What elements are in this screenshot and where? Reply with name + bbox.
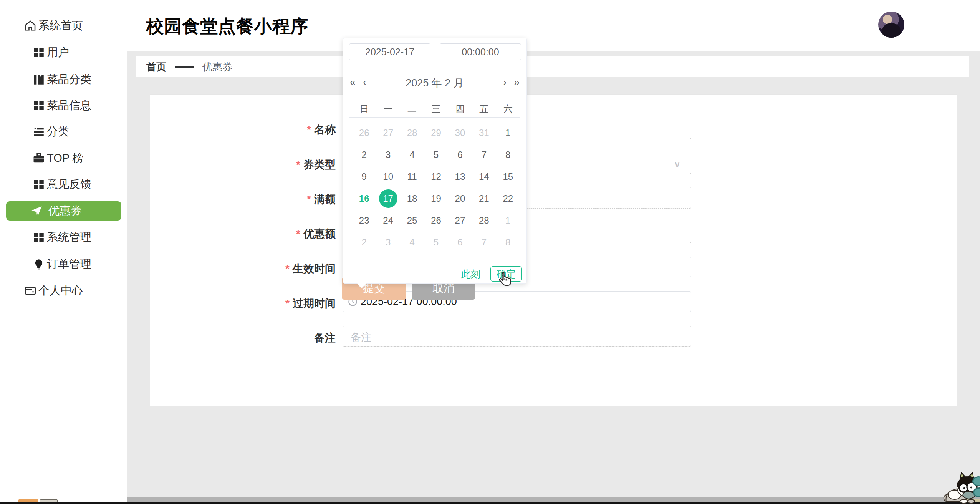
sidebar-item-orders[interactable]: 订单管理: [0, 255, 127, 274]
calendar-day[interactable]: 20: [448, 187, 472, 209]
form-row-remark: 备注 备注: [150, 326, 957, 346]
calendar-day[interactable]: 18: [400, 187, 424, 209]
calendar-day[interactable]: 27: [376, 122, 400, 144]
sidebar-item-coupon[interactable]: 优惠券: [6, 201, 121, 220]
next-year-icon[interactable]: »: [514, 76, 520, 89]
bulb-icon: [32, 258, 45, 271]
chevron-down-icon: ∨: [674, 158, 681, 170]
calendar-day[interactable]: 6: [448, 144, 472, 166]
calendar-day[interactable]: 8: [496, 144, 520, 166]
sidebar-item-category[interactable]: 分类: [0, 122, 127, 141]
sidebar-item-label: TOP 榜: [47, 151, 84, 166]
required-asterisk: *: [296, 159, 300, 171]
calendar-day[interactable]: 13: [448, 166, 472, 187]
calendar-day[interactable]: 12: [424, 166, 448, 187]
calendar-day[interactable]: 9: [352, 166, 376, 187]
calendar-day[interactable]: 24: [376, 209, 400, 231]
grid-icon: [32, 178, 45, 191]
user-avatar[interactable]: [878, 12, 904, 38]
sidebar-item-label: 意见反馈: [47, 177, 91, 192]
calendar-day[interactable]: 28: [400, 122, 424, 144]
remark-placeholder: 备注: [351, 330, 371, 344]
calendar-day[interactable]: 19: [424, 187, 448, 209]
sidebar-item-profile[interactable]: 个人中心: [0, 281, 127, 300]
calendar-day[interactable]: 31: [472, 122, 496, 144]
sidebar-item-label: 系统首页: [38, 18, 83, 33]
calendar-day[interactable]: 8: [496, 231, 520, 253]
field-label: *生效时间: [150, 262, 336, 276]
calendar-day[interactable]: 25: [400, 209, 424, 231]
picker-date-input[interactable]: 2025-02-17: [349, 43, 430, 60]
required-asterisk: *: [285, 297, 290, 309]
picker-month-label: 2025 年 2 月: [343, 76, 526, 90]
calendar-day[interactable]: 14: [472, 166, 496, 187]
sidebar-item-dish-category[interactable]: 菜品分类: [0, 70, 127, 89]
field-label: *券类型: [150, 158, 336, 172]
picker-nav: « ‹ 2025 年 2 月 › »: [343, 75, 526, 90]
required-asterisk: *: [285, 263, 290, 275]
sidebar-item-label: 分类: [47, 124, 69, 139]
home-icon: [24, 19, 37, 32]
calendar-day[interactable]: 7: [472, 231, 496, 253]
breadcrumb: 首页 优惠券: [136, 56, 969, 77]
datetime-picker-popup: 2025-02-17 00:00:00 « ‹ 2025 年 2 月 › » 日…: [343, 38, 527, 284]
calendar-day[interactable]: 23: [352, 209, 376, 231]
calendar-day[interactable]: 16: [352, 187, 376, 209]
calendar-day[interactable]: 5: [424, 144, 448, 166]
calendar-day[interactable]: 2: [352, 231, 376, 253]
calendar-day[interactable]: 7: [472, 144, 496, 166]
calendar-day[interactable]: 17: [376, 187, 400, 209]
field-label: *名称: [150, 123, 336, 137]
form-row-name: *名称: [150, 118, 957, 139]
sidebar-item-label: 优惠券: [48, 203, 82, 219]
sidebar-item-users[interactable]: 用户: [0, 43, 127, 62]
calendar-day[interactable]: 21: [472, 187, 496, 209]
sidebar-item-top-rank[interactable]: TOP 榜: [0, 149, 127, 168]
calendar-day[interactable]: 27: [448, 209, 472, 231]
sidebar-item-label: 系统管理: [47, 230, 91, 245]
coupon-form-panel: [150, 94, 957, 406]
calendar-day[interactable]: 6: [448, 231, 472, 253]
breadcrumb-home[interactable]: 首页: [146, 60, 166, 74]
calendar-day[interactable]: 11: [400, 166, 424, 187]
taskbar-edge: [0, 502, 980, 504]
calendar-day[interactable]: 26: [352, 122, 376, 144]
calendar-day[interactable]: 3: [376, 144, 400, 166]
calendar-day[interactable]: 15: [496, 166, 520, 187]
remark-textarea[interactable]: 备注: [343, 326, 691, 346]
calendar-day[interactable]: 10: [376, 166, 400, 187]
calendar-day[interactable]: 4: [400, 231, 424, 253]
app-window: 校园食堂点餐小程序 系统首页 用户 菜品分类 菜品信息 分类 TOP 榜: [0, 0, 980, 504]
sidebar: 系统首页 用户 菜品分类 菜品信息 分类 TOP 榜 意见反馈 优惠券: [0, 0, 127, 504]
sidebar-item-home[interactable]: 系统首页: [0, 16, 127, 35]
sidebar-item-label: 菜品信息: [47, 98, 91, 113]
sidebar-item-dish-info[interactable]: 菜品信息: [0, 96, 127, 115]
calendar-grid: 2627282930311234567891011121314151617181…: [352, 122, 520, 253]
picker-time-input[interactable]: 00:00:00: [440, 43, 521, 60]
calendar-day[interactable]: 28: [472, 209, 496, 231]
breadcrumb-separator: [175, 66, 194, 68]
required-asterisk: *: [307, 193, 311, 205]
calendar-day[interactable]: 4: [400, 144, 424, 166]
page-title: 校园食堂点餐小程序: [146, 15, 308, 38]
sidebar-item-system-admin[interactable]: 系统管理: [0, 228, 127, 247]
next-month-icon[interactable]: ›: [503, 76, 507, 89]
form-row-expire-time: *过期时间 2025-02-17 00:00:00: [150, 291, 957, 313]
calendar-day[interactable]: 30: [448, 122, 472, 144]
calendar-day[interactable]: 26: [424, 209, 448, 231]
sidebar-item-label: 用户: [47, 45, 69, 60]
calendar-day[interactable]: 2: [352, 144, 376, 166]
now-link[interactable]: 此刻: [461, 268, 480, 280]
picker-divider: [343, 70, 526, 70]
calendar-day[interactable]: 1: [496, 122, 520, 144]
form-row-discount-amount: *优惠额: [150, 222, 957, 243]
calendar-day[interactable]: 5: [424, 231, 448, 253]
calendar-day[interactable]: 22: [496, 187, 520, 209]
sidebar-item-label: 个人中心: [38, 283, 83, 298]
weekday-header: 日 一 二 三 四 五 六: [352, 103, 520, 116]
calendar-day[interactable]: 1: [496, 209, 520, 231]
grid-icon: [32, 99, 45, 112]
calendar-day[interactable]: 29: [424, 122, 448, 144]
calendar-day[interactable]: 3: [376, 231, 400, 253]
sidebar-item-feedback[interactable]: 意见反馈: [0, 175, 127, 194]
